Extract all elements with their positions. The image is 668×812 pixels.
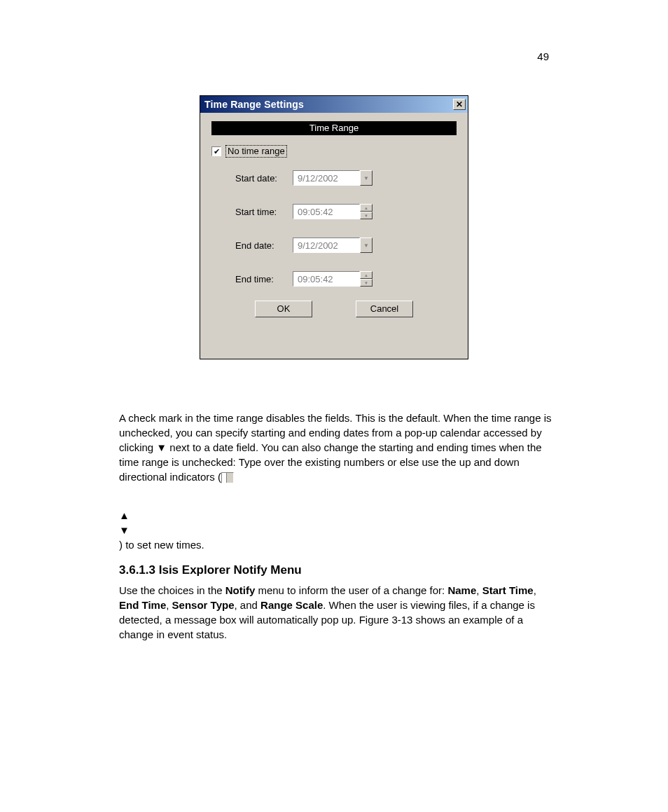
bold-end-time: End Time: [119, 599, 166, 611]
ok-button[interactable]: OK: [255, 301, 312, 317]
bold-name: Name: [447, 584, 476, 596]
text: ,: [534, 584, 536, 596]
start-date-label: Start date:: [235, 173, 293, 184]
close-icon[interactable]: ✕: [453, 99, 466, 110]
time-range-settings-dialog: Time Range Settings ✕ Time Range ✔ No ti…: [200, 95, 468, 359]
start-time-label: Start time:: [235, 207, 293, 217]
spinner-up-icon[interactable]: ▲: [360, 271, 373, 279]
spinner-up-icon[interactable]: ▲: [360, 204, 373, 212]
start-time-field[interactable]: 09:05:42: [293, 204, 360, 219]
chevron-down-icon[interactable]: ▼: [360, 170, 373, 186]
cancel-button[interactable]: Cancel: [356, 301, 413, 317]
end-date-field[interactable]: 9/12/2002: [293, 238, 360, 253]
titlebar-text: Time Range Settings: [204, 99, 304, 110]
section-heading: 3.6.1.3 Isis Explorer Notify Menu: [119, 563, 553, 577]
text: ,: [166, 599, 172, 611]
end-date-label: End date:: [235, 240, 293, 251]
text: Use the choices in the: [119, 584, 225, 596]
paragraph-time-range: A check mark in the time range disables …: [119, 411, 553, 484]
bold-sensor-type: Sensor Type: [172, 599, 235, 611]
bold-start-time: Start Time: [482, 584, 534, 596]
text: ) to set new times.: [119, 539, 204, 551]
spinner-inline-icon: [221, 472, 234, 483]
start-date-field[interactable]: 9/12/2002: [293, 170, 360, 186]
end-time-field[interactable]: 09:05:42: [293, 271, 360, 287]
no-time-range-label: No time range: [225, 145, 287, 158]
text: menu to inform the user of a change for:: [255, 584, 447, 596]
titlebar: Time Range Settings ✕: [200, 96, 468, 113]
spinner-down-icon[interactable]: ▼: [360, 212, 373, 219]
text: ,: [476, 584, 482, 596]
end-time-label: End time:: [235, 274, 293, 284]
document-body: A check mark in the time range disables …: [119, 411, 553, 642]
text: , and: [235, 599, 261, 611]
chevron-down-icon[interactable]: ▼: [360, 238, 373, 253]
section-header: Time Range: [211, 121, 457, 135]
no-time-range-checkbox[interactable]: ✔: [211, 146, 221, 156]
page-number: 49: [537, 50, 549, 62]
spinner-down-icon[interactable]: ▼: [360, 279, 373, 287]
paragraph-notify: Use the choices in the Notify menu to in…: [119, 583, 553, 642]
text: A check mark in the time range disables …: [119, 412, 552, 483]
bold-notify: Notify: [225, 584, 256, 596]
bold-range-scale: Range Scale: [260, 599, 323, 611]
